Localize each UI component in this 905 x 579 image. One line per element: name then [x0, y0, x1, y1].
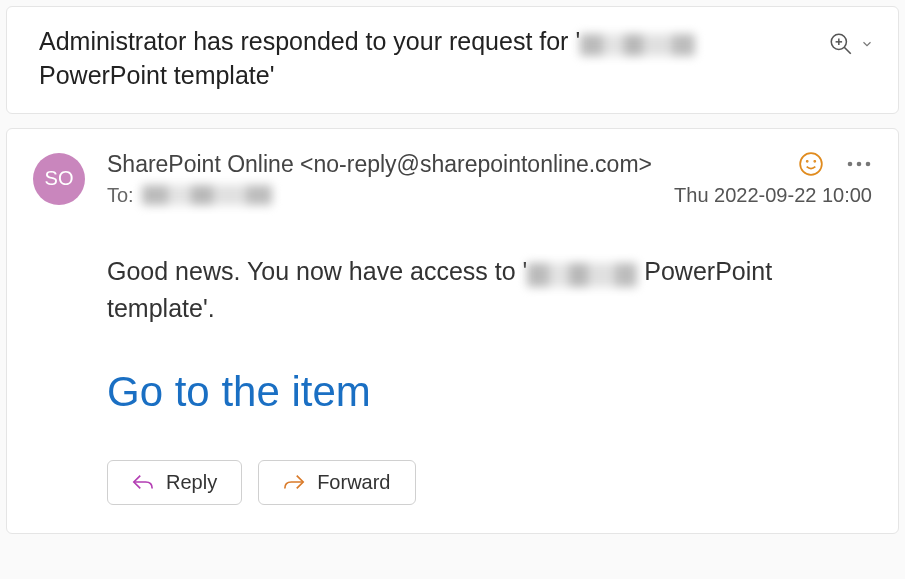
to-row: To: Thu 2022-09-22 10:00: [107, 184, 872, 207]
forward-label: Forward: [317, 471, 390, 494]
subject-post: PowerPoint template': [39, 61, 274, 89]
message-card: SO SharePoint Online <no-reply@sharepoin…: [6, 128, 899, 534]
zoom-in-icon[interactable]: [828, 31, 854, 57]
forward-arrow-icon: [283, 473, 305, 491]
timestamp: Thu 2022-09-22 10:00: [674, 184, 872, 207]
smiley-icon[interactable]: [798, 151, 824, 177]
action-row: Reply Forward: [107, 460, 872, 505]
to-recipients: To:: [107, 184, 272, 207]
avatar: SO: [33, 153, 85, 205]
subject-bar: Administrator has responded to your requ…: [6, 6, 899, 114]
subject-pre: Administrator has responded to your requ…: [39, 27, 580, 55]
redacted-item-name: [527, 263, 637, 287]
svg-point-6: [814, 160, 815, 161]
reply-label: Reply: [166, 471, 217, 494]
svg-point-4: [800, 153, 822, 175]
reply-arrow-icon: [132, 473, 154, 491]
header-actions: [798, 151, 872, 177]
reply-button[interactable]: Reply: [107, 460, 242, 505]
subject-text: Administrator has responded to your requ…: [39, 25, 828, 93]
body-text: Good news. You now have access to ' Powe…: [107, 253, 872, 328]
chevron-down-icon[interactable]: [860, 37, 874, 51]
svg-line-1: [844, 47, 851, 54]
forward-button[interactable]: Forward: [258, 460, 415, 505]
more-actions-icon[interactable]: [846, 161, 872, 167]
go-to-item-link[interactable]: Go to the item: [107, 368, 371, 416]
svg-point-8: [857, 161, 862, 166]
redacted-recipient: [142, 185, 272, 205]
to-label: To:: [107, 184, 134, 207]
svg-point-7: [848, 161, 853, 166]
message-body: SharePoint Online <no-reply@sharepointon…: [107, 151, 872, 505]
zoom-controls: [828, 31, 874, 57]
message-header: SharePoint Online <no-reply@sharepointon…: [107, 151, 872, 178]
sender-display: SharePoint Online <no-reply@sharepointon…: [107, 151, 652, 178]
redacted-subject-name: [580, 34, 695, 56]
avatar-initials: SO: [45, 167, 74, 190]
svg-point-5: [807, 160, 808, 161]
svg-point-9: [866, 161, 871, 166]
body-pre: Good news. You now have access to ': [107, 257, 527, 285]
